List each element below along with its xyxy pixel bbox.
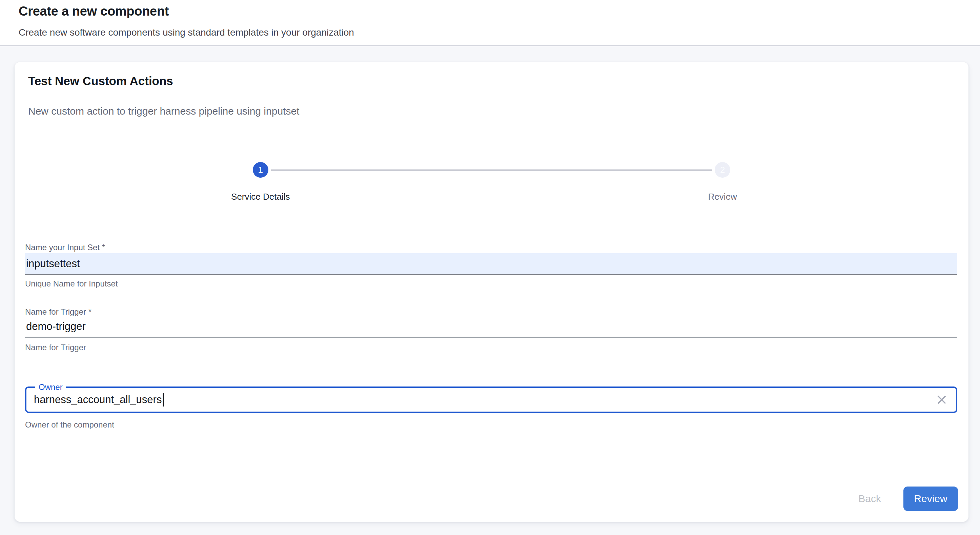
page-subtitle: Create new software components using sta…	[19, 27, 354, 38]
owner-input[interactable]: Owner harness_account_all_users	[25, 387, 957, 413]
step-review: 2 Review	[492, 162, 954, 202]
step-2-icon: 2	[715, 162, 730, 178]
stepper: 1 Service Details 2 Review	[29, 162, 954, 202]
clear-icon[interactable]	[935, 393, 948, 406]
page-header: Create a new component Create new softwa…	[0, 0, 980, 46]
trigger-name-helper: Name for Trigger	[25, 343, 86, 352]
inputset-name-helper: Unique Name for Inputset	[25, 279, 118, 288]
back-button[interactable]: Back	[851, 487, 888, 511]
trigger-name-label: Name for Trigger *	[25, 307, 91, 317]
trigger-name-input[interactable]: demo-trigger	[25, 316, 957, 338]
card-subtitle: New custom action to trigger harness pip…	[28, 105, 299, 117]
stepper-connector	[271, 170, 712, 170]
page-title: Create a new component	[19, 4, 169, 19]
clear-icon-glyph	[935, 393, 948, 406]
owner-value: harness_account_all_users	[34, 393, 162, 406]
inputset-name-input[interactable]: inputsettest	[25, 253, 957, 275]
step-1-label: Service Details	[231, 191, 290, 202]
inputset-name-label: Name your Input Set *	[25, 243, 105, 252]
review-button[interactable]: Review	[904, 487, 958, 511]
main-content: Test New Custom Actions New custom actio…	[0, 46, 980, 535]
action-buttons: Back Review	[851, 487, 958, 511]
owner-label: Owner	[35, 382, 66, 392]
owner-helper: Owner of the component	[25, 420, 114, 430]
inputset-name-value: inputsettest	[26, 258, 80, 270]
trigger-name-value: demo-trigger	[26, 320, 86, 333]
step-2-label: Review	[708, 191, 737, 202]
step-1-icon: 1	[253, 162, 268, 178]
step-service-details: 1 Service Details	[29, 162, 492, 202]
text-caret	[163, 393, 164, 406]
card-title: Test New Custom Actions	[28, 74, 173, 88]
wizard-card: Test New Custom Actions New custom actio…	[14, 62, 969, 522]
